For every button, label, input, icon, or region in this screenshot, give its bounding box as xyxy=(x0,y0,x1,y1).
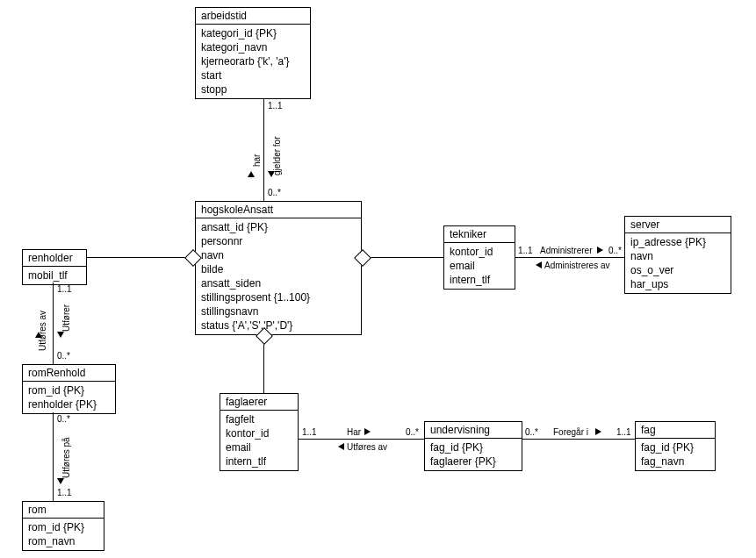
arrow-icon xyxy=(57,478,64,484)
cardinality: 1..1 xyxy=(57,284,72,294)
connector-faglaerer-undervisning xyxy=(298,439,424,440)
arrow-icon xyxy=(248,171,255,177)
relation-label: gjelder for xyxy=(272,137,282,175)
entity-rom: rom rom_id {PK} rom_navn xyxy=(22,501,104,551)
entity-romRenhold: romRenhold rom_id {PK} renholder {PK} xyxy=(22,364,116,414)
entity-title: renholder xyxy=(23,250,86,267)
entity-fag: fag fag_id {PK} fag_navn xyxy=(635,421,716,471)
cardinality: 0..* xyxy=(608,246,622,255)
entity-server: server ip_adresse {PK} navn os_o_ver har… xyxy=(624,216,731,294)
arrow-icon xyxy=(57,332,64,338)
entity-arbeidstid: arbeidstid kategori_id {PK} kategori_nav… xyxy=(195,7,311,99)
entity-title: undervisning xyxy=(425,422,522,439)
connector-tekniker-hogskoleAnsatt xyxy=(361,257,443,258)
cardinality: 1..1 xyxy=(268,101,283,111)
arrow-icon xyxy=(268,171,275,177)
connector-undervisning-fag xyxy=(522,439,635,440)
arrow-icon xyxy=(536,261,542,268)
entity-title: faglaerer xyxy=(220,394,298,411)
entity-attrs: ip_adresse {PK} navn os_o_ver har_ups xyxy=(625,233,731,293)
connector-renholder-hogskoleAnsatt xyxy=(86,257,195,258)
connector-romRenhold-rom xyxy=(53,412,54,501)
cardinality: 0..* xyxy=(268,188,281,197)
entity-attrs: rom_id {PK} rom_navn xyxy=(23,519,104,550)
entity-title: tekniker xyxy=(444,226,515,243)
relation-label: Utføres av xyxy=(347,442,387,452)
entity-title: rom xyxy=(23,502,104,519)
arrow-icon xyxy=(595,428,601,435)
entity-title: hogskoleAnsatt xyxy=(196,202,361,218)
entity-undervisning: undervisning fag_id {PK} faglaerer {PK} xyxy=(424,421,522,471)
cardinality: 1..1 xyxy=(302,427,317,437)
cardinality: 0..* xyxy=(57,351,70,361)
entity-attrs: fagfelt kontor_id email intern_tlf xyxy=(220,411,298,470)
entity-attrs: kategori_id {PK} kategori_navn kjerneora… xyxy=(196,25,310,98)
connector-arbeidstid-hogskoleAnsatt xyxy=(263,99,264,201)
relation-label: Administrerer xyxy=(540,246,592,255)
arrow-icon xyxy=(338,443,344,450)
entity-attrs: ansatt_id {PK} personnr navn bilde ansat… xyxy=(196,218,361,334)
entity-title: arbeidstid xyxy=(196,8,310,25)
cardinality: 0..* xyxy=(525,427,538,437)
entity-attrs: kontor_id email intern_tlf xyxy=(444,243,515,289)
connector-renholder-romRenhold xyxy=(53,283,54,364)
connector-tekniker-server xyxy=(515,257,624,258)
relation-label: Utføres av xyxy=(38,311,47,351)
entity-title: fag xyxy=(636,422,715,439)
entity-hogskoleAnsatt: hogskoleAnsatt ansatt_id {PK} personnr n… xyxy=(195,201,362,335)
entity-title: server xyxy=(625,217,731,233)
relation-label: Administreres av xyxy=(544,261,609,270)
cardinality: 0..* xyxy=(57,414,70,424)
entity-faglaerer: faglaerer fagfelt kontor_id email intern… xyxy=(220,393,299,471)
relation-label: Utfører xyxy=(61,304,71,332)
entity-title: romRenhold xyxy=(23,365,115,382)
arrow-icon xyxy=(35,332,42,338)
relation-label: har xyxy=(252,154,262,167)
entity-renholder: renholder mobil_tlf xyxy=(22,249,87,285)
cardinality: 1..1 xyxy=(518,246,533,255)
relation-label: Foregår i xyxy=(553,427,588,437)
entity-attrs: mobil_tlf xyxy=(23,267,86,284)
entity-attrs: fag_id {PK} faglaerer {PK} xyxy=(425,439,522,470)
arrow-icon xyxy=(597,247,603,254)
cardinality: 0..* xyxy=(406,427,419,437)
entity-attrs: fag_id {PK} fag_navn xyxy=(636,439,715,470)
entity-tekniker: tekniker kontor_id email intern_tlf xyxy=(443,225,515,290)
arrow-icon xyxy=(364,428,371,435)
cardinality: 1..1 xyxy=(616,427,631,437)
entity-attrs: rom_id {PK} renholder {PK} xyxy=(23,382,115,413)
cardinality: 1..1 xyxy=(57,488,72,497)
relation-label: Har xyxy=(347,427,361,437)
relation-label: Utføres på xyxy=(61,437,71,478)
